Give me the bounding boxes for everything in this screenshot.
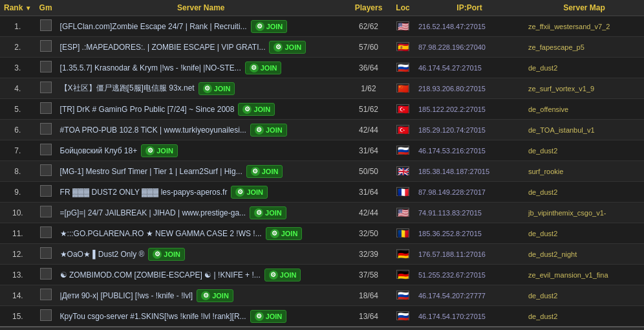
rank-number: 14. [12,291,23,300]
server-cell: ★:::GO.PGLARENA.RO ★ NEW GAMMA CASE 2 !W… [56,223,346,244]
map-name: ze_fapescape_p5 [528,43,585,51]
join-button[interactable]: ⚙ JOIN [250,124,287,137]
players-cell: 32/50 [346,223,391,244]
rank-number: 10. [12,208,23,217]
ip-address: 218.93.206.80:27015 [418,85,486,93]
join-button[interactable]: ⚙ JOIN [197,289,233,302]
ip-cell: 46.174.53.216:27015 [414,140,524,161]
rank-cell: 3. [0,58,36,78]
join-label: JOIN [266,126,283,134]
rank-cell: 10. [0,203,36,223]
join-label: JOIN [280,271,297,279]
rank-number: 1. [14,22,21,31]
join-icon: ⚙ [145,146,155,155]
server-name-text: [TR] DrK # GaminG Pro Public [7/24] ~ Si… [60,105,235,114]
join-button[interactable]: ⚙ JOIN [148,248,185,261]
join-button[interactable]: ⚙ JOIN [251,20,288,33]
ip-cell: 87.98.149.228:27017 [414,182,524,203]
gm-cell [36,306,56,327]
rank-number: 7. [14,146,21,155]
game-mode-icon [40,102,52,114]
map-cell: de_dust2 [524,182,644,203]
server-name-text: ☯ ZOMBIMOD.COM [ZOMBIE-ESCAPE] ☯ | !KNIF… [60,270,261,280]
header-server-map: Server Map [524,0,644,16]
players-cell: 42/44 [346,120,391,140]
header-server-name: Server Name [56,0,346,16]
join-icon: ⚙ [203,84,212,93]
location-cell: 🇨🇳 [391,78,414,99]
join-button[interactable]: ⚙ JOIN [266,227,303,240]
country-flag: 🇷🇴 [396,228,409,237]
location-cell: 🇷🇺 [391,285,414,306]
table-row: 4. 【X社区】僵尸逃跑[5服]电信服 93x.net ⚙ JOIN 1/62🇨… [0,78,644,99]
footer-rank[interactable]: Rank ▼ [0,327,36,330]
game-mode-icon [40,144,52,155]
ip-cell: 185.122.202.2:27015 [414,99,524,120]
server-cell: [TR] DrK # GaminG Pro Public [7/24] ~ Si… [56,99,346,120]
map-cell: de_dust2_night [524,244,644,265]
map-name: de_offensive [528,105,568,113]
join-button[interactable]: ⚙ JOIN [199,82,235,95]
map-name: de_TOA_istanbul_v1 [528,126,595,134]
game-mode-icon [40,40,52,52]
server-cell: 【X社区】僵尸逃跑[5服]电信服 93x.net ⚙ JOIN [56,78,346,99]
join-icon: ⚙ [269,270,278,280]
players-cell: 57/60 [346,37,391,58]
rank-number: 3. [14,63,21,72]
table-row: 6. #TOA PRO-PUB 102.8 TiCK | www.turkiye… [0,120,644,140]
join-icon: ⚙ [255,126,264,135]
join-icon: ⚙ [270,229,279,238]
map-cell: de_offensive [524,99,644,120]
server-cell: Бойцовский Клуб 18+ ⚙ JOIN [56,140,346,161]
map-cell: de_dust2 [524,58,644,78]
ip-cell: 185.29.120.74:27015 [414,120,524,140]
players-count: 13/64 [359,312,378,321]
rank-number: 12. [12,250,23,259]
footer-gm: Gm [36,327,56,330]
server-name-text: [MG-1] Mestro Surf Timer | Tier 1 | Lear… [60,167,242,176]
ip-cell: 218.93.206.80:27015 [414,78,524,99]
join-button[interactable]: ⚙ JOIN [245,61,282,74]
join-button[interactable]: ⚙ JOIN [269,41,306,54]
rank-cell: 4. [0,78,36,99]
map-name: ze_surf_vortex_v1_9 [528,85,594,93]
map-name: jb_vipinthemix_csgo_v1- [528,209,606,217]
ip-address: 74.91.113.83:27015 [418,209,482,217]
rank-cell: 13. [0,265,36,285]
players-cell: 36/64 [346,58,391,78]
header-rank[interactable]: Rank ▼ [0,0,36,16]
ip-cell: 46.174.54.170:27015 [414,306,524,327]
table-row: 7. Бойцовский Клуб 18+ ⚙ JOIN 31/64🇷🇺46.… [0,140,644,161]
join-button[interactable]: ⚙ JOIN [264,269,301,281]
server-cell: КруТоu csgo-server #1.SKINS[!ws !knife !… [56,306,346,327]
ip-cell: 46.174.54.207:27777 [414,285,524,306]
map-cell: ze_surf_vortex_v1_9 [524,78,644,99]
ip-address: 46.174.54.170:27015 [418,313,486,320]
join-button[interactable]: ⚙ JOIN [238,103,275,116]
game-mode-icon [40,123,52,135]
server-cell: [1.35.5.7] Krasnodar & Krym |!ws - !knif… [56,58,346,78]
gm-cell [36,182,56,203]
ip-address: 185.36.252.8:27015 [418,230,482,237]
gm-cell [36,265,56,285]
players-count: 57/60 [359,43,378,52]
join-button[interactable]: ⚙ JOIN [231,186,268,199]
ip-address: 87.98.228.196:27040 [418,43,486,51]
table-row: 12. ★OaO★ ▌Dust2 Only ® ⚙ JOIN 32/39🇩🇪17… [0,244,644,265]
map-name: de_dust2 [528,188,557,196]
map-cell: de_TOA_istanbul_v1 [524,120,644,140]
location-cell: 🇹🇷 [391,99,414,120]
join-button[interactable]: ⚙ JOIN [141,144,178,157]
rank-cell: 12. [0,244,36,265]
rank-cell: 2. [0,37,36,58]
server-cell: =[pG]=| 24/7 JAILBREAK | JIHAD | www.pre… [56,203,346,223]
join-button[interactable]: ⚙ JOIN [250,206,286,219]
rank-number: 13. [12,270,23,280]
header-loc: Loc [391,0,414,16]
gm-cell [36,161,56,182]
rank-sort-icon: ▼ [25,5,32,12]
ip-cell: 216.52.148.47:27015 [414,16,524,37]
join-button[interactable]: ⚙ JOIN [250,310,287,323]
ip-cell: 74.91.113.83:27015 [414,203,524,223]
join-button[interactable]: ⚙ JOIN [246,165,283,178]
